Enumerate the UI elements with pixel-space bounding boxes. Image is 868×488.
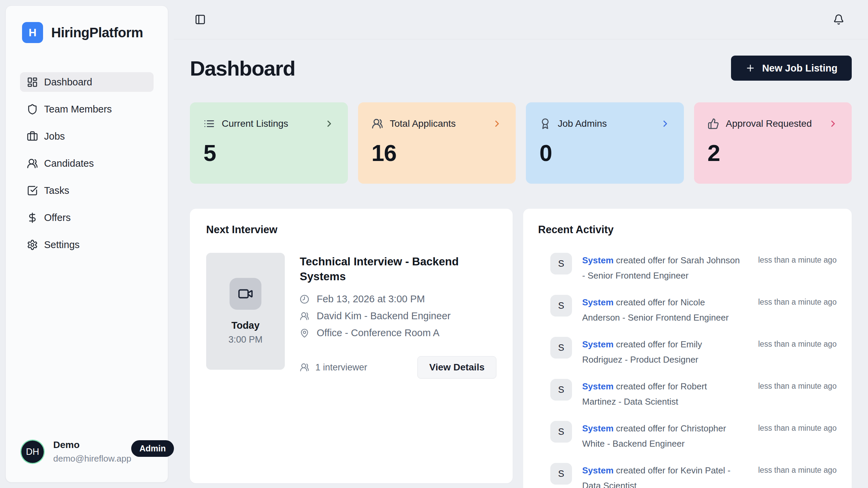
interview-time: 3:00 PM — [229, 334, 263, 345]
activity-timestamp: less than a minute ago — [758, 337, 837, 349]
activity-timestamp: less than a minute ago — [758, 379, 837, 391]
activity-actor: System — [582, 381, 614, 391]
page-header: Dashboard New Job Listing — [190, 56, 852, 81]
activity-actor: System — [582, 339, 614, 349]
stat-value: 0 — [539, 140, 670, 166]
activity-avatar: S — [550, 421, 572, 443]
interview-title: Technical Interview - Backend Systems — [300, 254, 483, 284]
activity-actor: System — [582, 423, 614, 433]
view-details-button[interactable]: View Details — [417, 356, 496, 379]
user-menu[interactable]: DH Demo demo@hireflow.app Admin — [6, 440, 168, 482]
app-logo: H — [22, 22, 43, 43]
activity-item: S System created offer for Robert Martin… — [550, 379, 837, 409]
sidebar-item-tasks[interactable]: Tasks — [20, 181, 154, 200]
activity-avatar: S — [550, 379, 572, 401]
interview-info: Technical Interview - Backend Systems Fe… — [300, 253, 496, 379]
stat-cards: Current Listings 5 Total Applicants 16 J… — [190, 102, 852, 184]
thumbs-up-icon — [708, 118, 719, 129]
activity-text: System created offer for Emily Rodriguez… — [582, 337, 751, 367]
activity-timestamp: less than a minute ago — [758, 463, 837, 475]
stat-card-approval-requested[interactable]: Approval Requested 2 — [694, 102, 852, 184]
stat-card-current-listings[interactable]: Current Listings 5 — [190, 102, 348, 184]
activity-actor: System — [582, 297, 614, 307]
activity-text: System created offer for Kevin Patel - D… — [582, 463, 751, 488]
app-logo-letter: H — [28, 26, 36, 39]
sidebar-nav: Dashboard Team Members Jobs Candidates T… — [6, 72, 168, 255]
user-email: demo@hireflow.app — [53, 453, 131, 464]
activity-item: S System created offer for Kevin Patel -… — [550, 463, 837, 488]
chevron-right-icon — [492, 119, 502, 129]
stat-card-total-applicants[interactable]: Total Applicants 16 — [358, 102, 516, 184]
sidebar-item-candidates[interactable]: Candidates — [20, 154, 154, 173]
video-icon-tile — [230, 278, 261, 310]
main-area: Dashboard New Job Listing Current Listin… — [174, 0, 868, 488]
map-pin-icon — [300, 328, 309, 338]
activity-text: System created offer for Christopher Whi… — [582, 421, 751, 451]
sidebar-item-offers[interactable]: Offers — [20, 208, 154, 227]
app-name: HiringPlatform — [51, 25, 143, 40]
interview-day: Today — [231, 320, 259, 331]
activity-text: System created offer for Sarah Johnson -… — [582, 253, 751, 283]
activity-avatar: S — [550, 253, 572, 274]
sidebar: H HiringPlatform Dashboard Team Members … — [5, 5, 168, 483]
sidebar-item-jobs[interactable]: Jobs — [20, 126, 154, 146]
chevron-right-icon — [660, 119, 670, 129]
interview-datetime: Feb 13, 2026 at 3:00 PM — [317, 293, 425, 305]
sidebar-item-settings[interactable]: Settings — [20, 235, 154, 255]
activity-avatar: S — [550, 337, 572, 359]
activity-avatar: S — [550, 463, 572, 485]
recent-activity-title: Recent Activity — [538, 224, 837, 236]
interview-candidate-row: David Kim - Backend Engineer — [300, 310, 496, 322]
stat-label: Total Applicants — [390, 118, 456, 129]
interview-candidate: David Kim - Backend Engineer — [317, 310, 451, 322]
activity-text: System created offer for Robert Martinez… — [582, 379, 751, 409]
activity-item: S System created offer for Sarah Johnson… — [550, 253, 837, 283]
stat-label: Job Admins — [558, 118, 607, 129]
new-job-listing-button[interactable]: New Job Listing — [731, 56, 852, 81]
sidebar-item-dashboard[interactable]: Dashboard — [20, 72, 154, 92]
clock-icon — [300, 294, 309, 304]
role-badge: Admin — [131, 440, 174, 457]
interview-datetime-row: Feb 13, 2026 at 3:00 PM — [300, 293, 496, 305]
stat-label: Current Listings — [222, 118, 288, 129]
avatar-initials: DH — [26, 447, 39, 457]
sidebar-item-label: Team Members — [44, 104, 112, 115]
new-job-listing-label: New Job Listing — [762, 63, 837, 74]
activity-actor: System — [582, 465, 614, 475]
check-square-icon — [27, 185, 38, 196]
user-info: Demo demo@hireflow.app — [53, 440, 131, 464]
sidebar-item-label: Candidates — [44, 158, 94, 169]
next-interview-panel: Next Interview Today 3:00 PM Technical I… — [190, 209, 513, 483]
next-interview-title: Next Interview — [206, 224, 496, 236]
briefcase-icon — [27, 131, 38, 142]
sidebar-item-label: Dashboard — [44, 77, 92, 88]
bell-icon — [833, 14, 844, 25]
activity-timestamp: less than a minute ago — [758, 421, 837, 433]
award-icon — [539, 118, 551, 129]
sidebar-toggle-button[interactable] — [195, 14, 206, 25]
notifications-button[interactable] — [833, 14, 844, 25]
sidebar-item-team-members[interactable]: Team Members — [20, 99, 154, 119]
topbar — [174, 0, 868, 39]
avatar: DH — [21, 441, 44, 463]
chevron-right-icon — [828, 119, 838, 129]
activity-item: S System created offer for Nicole Anders… — [550, 295, 837, 325]
plus-icon — [745, 63, 755, 73]
stat-card-job-admins[interactable]: Job Admins 0 — [526, 102, 684, 184]
interviewer-count-label: 1 interviewer — [315, 362, 367, 373]
activity-timestamp: less than a minute ago — [758, 253, 837, 265]
activity-timestamp: less than a minute ago — [758, 295, 837, 307]
sidebar-item-label: Jobs — [44, 131, 65, 142]
users-icon — [300, 311, 309, 321]
video-icon — [238, 286, 253, 302]
interview-location: Office - Conference Room A — [317, 327, 439, 339]
user-name: Demo — [53, 440, 131, 450]
interview-thumbnail: Today 3:00 PM — [206, 253, 285, 370]
users-icon — [300, 363, 309, 372]
list-icon — [203, 118, 215, 129]
activity-avatar: S — [550, 295, 572, 317]
stat-value: 5 — [203, 140, 334, 166]
sidebar-item-label: Tasks — [44, 185, 69, 196]
stat-label: Approval Requested — [726, 118, 812, 129]
bottom-panels: Next Interview Today 3:00 PM Technical I… — [190, 209, 852, 488]
